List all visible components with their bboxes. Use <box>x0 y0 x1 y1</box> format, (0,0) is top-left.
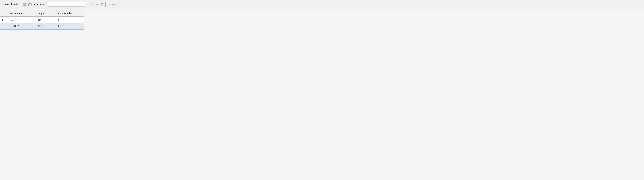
result-table: mem_name height mem_number ▶소녀시대1688트와이스… <box>0 10 84 29</box>
filter-rows-input[interactable] <box>48 2 85 6</box>
toolbar-divider-after-label <box>21 2 21 7</box>
export-save-icon[interactable] <box>100 2 104 6</box>
cell-height: 168 <box>34 16 53 23</box>
cell-mem-name: 소녀시대 <box>6 16 34 23</box>
table-header-row: mem_name height mem_number <box>0 10 84 16</box>
row-arrow-icon: ▶ <box>2 18 4 21</box>
table-row[interactable]: ▶소녀시대1688 <box>0 16 84 23</box>
col-header-indicator <box>0 10 6 16</box>
col-header-mem-name[interactable]: mem_name <box>6 10 34 16</box>
toolbar: Result Grid Filter Rows: Export: <box>0 0 644 9</box>
result-table-wrapper: mem_name height mem_number ▶소녀시대1688트와이스… <box>0 10 84 30</box>
toolbar-divider-after-export <box>106 2 106 7</box>
row-indicator: ▶ <box>0 16 6 23</box>
grid-icon[interactable] <box>23 2 27 6</box>
export-label: Export: <box>91 3 98 6</box>
table-row[interactable]: 트와이스1679 <box>0 23 84 29</box>
refresh-icon[interactable] <box>28 2 32 6</box>
cell-mem-number: 9 <box>53 23 84 29</box>
row-indicator <box>0 23 6 29</box>
svg-rect-1 <box>25 3 26 4</box>
result-grid-label: Result Grid <box>5 3 18 6</box>
svg-rect-2 <box>23 4 25 6</box>
cell-height: 167 <box>34 23 53 29</box>
content-area: mem_name height mem_number ▶소녀시대1688트와이스… <box>0 9 644 180</box>
svg-rect-8 <box>100 4 103 6</box>
filter-rows-label: Filter Rows: <box>34 3 46 6</box>
main-container: Result Grid Filter Rows: Export: <box>0 0 644 180</box>
toolbar-divider-left <box>3 2 3 7</box>
cell-mem-number: 8 <box>53 16 84 23</box>
cell-mem-name: 트와이스 <box>6 23 34 29</box>
col-header-height[interactable]: height <box>34 10 53 16</box>
col-header-mem-number[interactable]: mem_number <box>53 10 84 16</box>
toolbar-divider-after-filter <box>87 2 87 7</box>
svg-rect-3 <box>25 4 26 6</box>
wrap-cell-label: Wrap C <box>109 3 117 6</box>
svg-rect-0 <box>23 3 25 4</box>
svg-rect-6 <box>101 3 102 4</box>
